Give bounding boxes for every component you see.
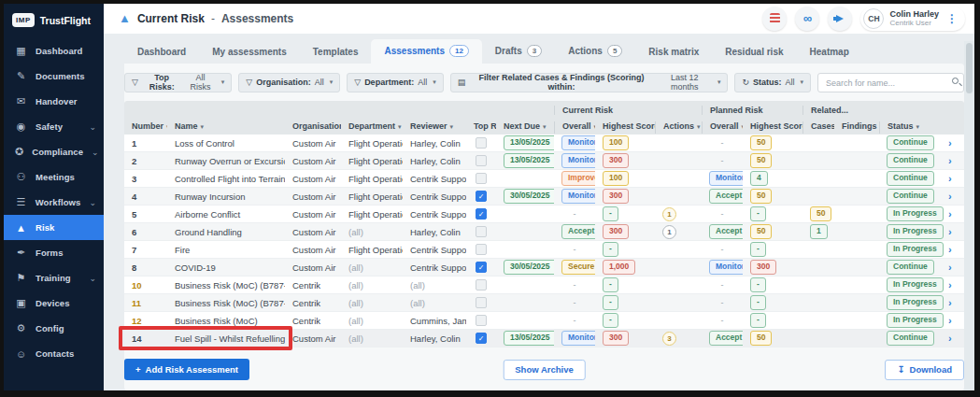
table-row[interactable]: 5Airborne ConflictCustom AirFlight Opera… [124, 206, 964, 223]
column-header-number[interactable]: Number▾ [124, 121, 167, 134]
top-risk-checkbox[interactable] [476, 297, 487, 308]
filter-chip-organisation[interactable]: ▽Organisation:All▾ [238, 73, 340, 92]
sidebar-item-safety[interactable]: ◉Safety⌄ [4, 114, 104, 139]
column-header-cases[interactable]: Cases▾ [802, 121, 834, 134]
row-chevron-icon[interactable]: › [946, 191, 964, 202]
cell-status: In ProgressD [879, 242, 946, 256]
tab-my-assessments[interactable]: My assessments [199, 41, 300, 64]
top-risk-checkbox[interactable] [476, 137, 487, 149]
row-chevron-icon[interactable]: › [946, 315, 964, 326]
sidebar-item-handover[interactable]: ✉Handover [4, 89, 104, 114]
row-chevron-icon[interactable]: › [946, 226, 964, 237]
tab-risk-matrix[interactable]: Risk matrix [635, 41, 712, 64]
column-header-planned-overall[interactable]: Overall▾ [702, 121, 743, 134]
column-header-reviewer[interactable]: Reviewer▾ [403, 121, 466, 134]
table-row[interactable]: 6Ground HandlingCustom Air(all)Harley, C… [124, 223, 964, 241]
kebab-menu-icon[interactable]: ⋮ [944, 12, 959, 25]
filter-chip-status[interactable]: ↻Status:All▾ [734, 73, 811, 92]
top-risk-checkbox[interactable] [476, 279, 487, 291]
table-row[interactable]: 7FireCustom AirFlight OperationsCentrik … [124, 241, 964, 259]
sidebar-item-config[interactable]: ⚙Config [4, 316, 104, 341]
column-header-planned-highest-score[interactable]: Highest Score▾ [743, 121, 802, 134]
filter-chip-department[interactable]: ▽Department:All▾ [347, 73, 443, 92]
tab-heatmap[interactable]: Heatmap [797, 41, 862, 64]
table-row[interactable]: 1Loss of ControlCustom AirFlight Operati… [124, 135, 964, 152]
row-chevron-icon[interactable]: › [946, 208, 964, 220]
sidebar-item-devices[interactable]: ▣Devices [4, 291, 104, 316]
announcements-button[interactable] [828, 7, 852, 31]
filter-chip-top-risks[interactable]: ▽Top Risks:All Risks▾ [124, 73, 232, 92]
sidebar-item-risk[interactable]: ▲Risk [4, 215, 104, 240]
cell-department: Flight Operations [341, 174, 403, 184]
column-header-organisation[interactable]: Organisation▾ [285, 121, 341, 134]
table-row[interactable]: 8COVID-19Custom Air(all)Centrik Support✓… [124, 259, 964, 276]
row-chevron-icon[interactable]: › [946, 297, 964, 308]
cell-current-highest-score: - [595, 313, 655, 327]
tab-dashboard[interactable]: Dashboard [124, 41, 199, 64]
sidebar-item-contacts[interactable]: ☺Contacts [4, 341, 104, 366]
sidebar-item-training[interactable]: ⚑Training⌄ [4, 265, 104, 291]
brand-logo[interactable]: IMP TrustFlight [4, 4, 104, 38]
row-chevron-icon[interactable]: › [946, 262, 964, 273]
column-header-department[interactable]: Department▾ [341, 121, 403, 134]
column-header-findings[interactable]: Findings▾ [834, 121, 879, 134]
table-row[interactable]: 3Controlled Flight into Terrain (CFIT)Cu… [124, 170, 964, 188]
top-risk-checkbox[interactable]: ✓ [476, 333, 487, 344]
top-risk-checkbox[interactable]: ✓ [476, 208, 487, 220]
table-row[interactable]: 2Runway Overrun or ExcursionCustom AirFl… [124, 152, 964, 170]
row-chevron-icon[interactable]: › [946, 137, 964, 149]
sort-icon: ▾ [543, 123, 547, 130]
dash-value: - [709, 156, 743, 165]
download-button[interactable]: ↧ Download [885, 360, 964, 380]
user-role: Centrik User [889, 19, 939, 27]
column-header-name[interactable]: Name▾ [167, 121, 285, 134]
search-input[interactable] [817, 73, 964, 92]
cell-planned-overall-badge: Monitor [709, 260, 743, 274]
user-menu[interactable]: CH Colin Harley Centrik User ⋮ [860, 7, 965, 31]
table-row[interactable]: 4Runway IncursionCustom AirFlight Operat… [124, 188, 964, 206]
sidebar-item-workflows[interactable]: ☰Workflows⌄ [4, 190, 104, 215]
table-row[interactable]: 14Fuel Spill - Whilst RefuellingCustom A… [124, 330, 964, 347]
cell-current-overall: Improve [554, 171, 595, 185]
tab-drafts[interactable]: Drafts3 [482, 39, 555, 64]
scrollbar[interactable] [964, 41, 974, 390]
tab-templates[interactable]: Templates [300, 41, 372, 64]
column-header-next-due[interactable]: Next Due▾ [496, 121, 554, 134]
column-header-actions[interactable]: Actions▾ [655, 121, 702, 134]
column-header-current-overall[interactable]: Overall▾ [554, 121, 595, 134]
row-chevron-icon[interactable]: › [946, 173, 964, 184]
tab-label: Actions [568, 46, 603, 56]
row-chevron-icon[interactable]: › [946, 155, 964, 166]
sidebar-item-dashboard[interactable]: ▦Dashboard [4, 38, 104, 64]
sidebar-item-documents[interactable]: ✎Documents [4, 64, 104, 89]
show-archive-button[interactable]: Show Archive [503, 360, 585, 380]
tab-residual-risk[interactable]: Residual risk [712, 41, 796, 64]
tab-assessments[interactable]: Assessments12 [371, 39, 481, 64]
scrollbar-thumb[interactable] [966, 43, 973, 93]
table-row[interactable]: 10Business Risk (MoC) (B787-9)Centrik(al… [124, 276, 964, 294]
row-chevron-icon[interactable]: › [946, 279, 964, 291]
row-chevron-icon[interactable]: › [946, 333, 964, 344]
alerts-button[interactable] [762, 7, 787, 31]
column-header-current-highest-score[interactable]: Highest Score▾ [595, 121, 655, 134]
top-risk-checkbox[interactable]: ✓ [476, 191, 487, 202]
top-risk-checkbox[interactable] [476, 173, 487, 184]
top-risk-checkbox[interactable] [476, 315, 487, 326]
sidebar-item-compliance[interactable]: ✪Compliance⌄ [4, 139, 104, 164]
add-risk-assessment-button[interactable]: + Add Risk Assessment [124, 359, 249, 380]
row-chevron-icon[interactable]: › [946, 244, 964, 255]
table-row[interactable]: 11Business Risk (MoC) (B787-9)Centrik(al… [124, 294, 964, 312]
sidebar-item-meetings[interactable]: ⚇Meetings [4, 164, 104, 190]
top-risk-checkbox[interactable] [476, 155, 487, 166]
cell-reviewer: (all) [403, 280, 466, 291]
top-risk-checkbox[interactable] [476, 226, 487, 237]
table-row[interactable]: 12Business Risk (MoC)Centrik(all)Cummins… [124, 312, 964, 330]
link-button[interactable]: ∞ [795, 7, 819, 31]
column-header-status[interactable]: Status▾ [879, 121, 946, 134]
filter-chip-filter-related-cases-findings-scoring-within[interactable]: ▤Filter Related Cases & Findings (Scorin… [450, 73, 729, 92]
top-risk-checkbox[interactable]: ✓ [476, 262, 487, 273]
top-risk-checkbox[interactable] [476, 244, 487, 255]
cell-department: (all) [341, 262, 403, 273]
tab-actions[interactable]: Actions5 [555, 39, 635, 64]
sidebar-item-forms[interactable]: ✒Forms [4, 240, 104, 265]
